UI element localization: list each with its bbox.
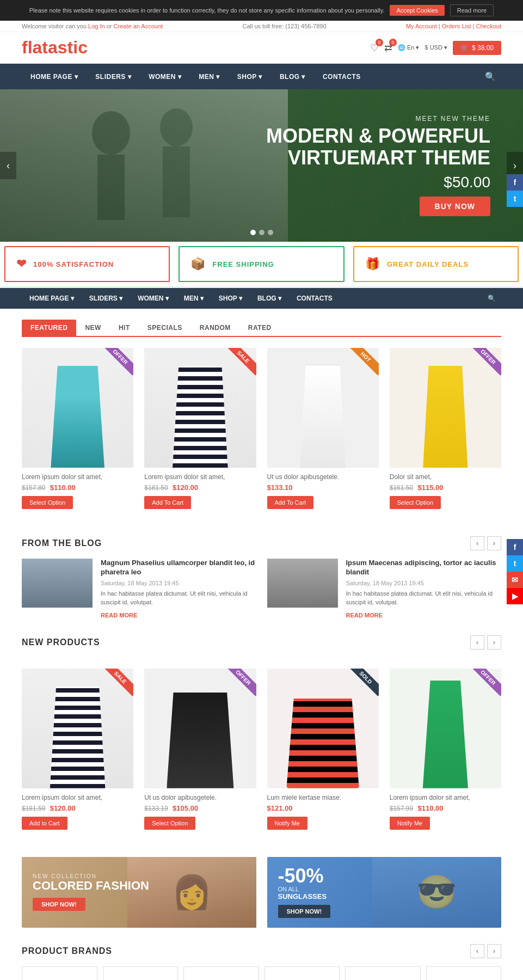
logo-astic: astic xyxy=(48,38,88,57)
new-product-btn-4[interactable]: Notify Me xyxy=(390,817,430,830)
hero-dots xyxy=(250,230,273,235)
twitter-button[interactable]: t xyxy=(507,191,523,207)
nav-sliders[interactable]: SLIDERS ▾ xyxy=(87,65,140,88)
nav-home[interactable]: HOME PAGE ▾ xyxy=(22,65,87,88)
banner-fashion-shop-btn[interactable]: SHOP NOW! xyxy=(33,898,85,911)
product-select-btn-4[interactable]: Select Option xyxy=(390,496,441,509)
nav2-women[interactable]: WOMEN ▾ xyxy=(130,288,176,309)
blog-read-more-1[interactable]: READ MORE xyxy=(101,612,137,618)
nav-blog[interactable]: BLOG ▾ xyxy=(271,65,314,88)
feature-shipping: 📦 FREE SHIPPING xyxy=(179,246,344,282)
nav-search-icon[interactable]: 🔍 xyxy=(479,64,501,89)
product-old-price-1: $157.80 xyxy=(22,484,45,492)
email-button[interactable]: ✉ xyxy=(507,572,523,588)
nav2-men[interactable]: MEN ▾ xyxy=(176,288,211,309)
hero-dot-2[interactable] xyxy=(259,230,264,235)
product-add-cart-btn-2[interactable]: Add To Cart xyxy=(144,496,191,509)
new-product-btn-1[interactable]: Add to Cart xyxy=(22,817,67,830)
banner-fashion-title: COLORED FASHION xyxy=(33,879,149,892)
product-prices-2: $181.50 $120.00 xyxy=(144,483,256,492)
brand-logo-6[interactable]: BRAND LOGO xyxy=(426,966,502,980)
logo[interactable]: flatastic xyxy=(22,38,88,58)
new-products-prev-arrow[interactable]: ‹ xyxy=(470,635,484,650)
blog-text-1: In hac habitasse platea dictumat. Ut eli… xyxy=(101,589,256,607)
product-prices-3: $133.10 xyxy=(267,483,379,492)
deals-icon: 🎁 xyxy=(365,257,380,271)
tab-specials[interactable]: SPECIALS xyxy=(139,320,191,336)
nav2-blog[interactable]: BLOG ▾ xyxy=(250,288,289,309)
accept-cookies-button[interactable]: Accept Cookies xyxy=(390,5,444,16)
blog-item-1: Magnum Phaselius ullamcorper blandit leo… xyxy=(22,559,256,619)
new-product-btn-3[interactable]: Notify Me xyxy=(267,817,307,830)
brand-logo-2[interactable]: BRAND LOGO xyxy=(103,966,179,980)
blog-prev-arrow[interactable]: ‹ xyxy=(470,536,484,550)
orders-link[interactable]: Orders List xyxy=(442,23,471,29)
product-select-btn-1[interactable]: Select Option xyxy=(22,496,73,509)
tab-rated[interactable]: RATED xyxy=(239,320,280,336)
banner-sunglasses-content: -50% ON ALL SUNGLASSES SHOP NOW! xyxy=(267,857,342,928)
new-product-image-4: OFFER xyxy=(390,669,501,788)
nav-men[interactable]: MEN ▾ xyxy=(190,65,229,88)
hero-prev-arrow[interactable]: ‹ xyxy=(0,152,16,179)
brands-next-arrow[interactable]: › xyxy=(487,944,501,958)
currency-selector[interactable]: $ USD ▾ xyxy=(424,44,447,51)
new-product-btn-2[interactable]: Select Option xyxy=(144,817,195,830)
new-product-prices-1: $181.59 $120.00 xyxy=(22,804,133,812)
facebook-button-2[interactable]: f xyxy=(507,539,523,555)
blog-text-2: In hac habitasse platea dictumat. Ut eli… xyxy=(346,589,502,607)
satisfaction-icon: ❤ xyxy=(16,257,27,271)
new-products-title: NEW PRODUCTS xyxy=(22,638,100,647)
new-product-desc-2: Ut us dolor apibusgetele. xyxy=(144,794,256,801)
product-new-price-1: $110.00 xyxy=(50,483,76,492)
language-selector[interactable]: 🌐 En ▾ xyxy=(398,44,420,51)
blog-next-arrow[interactable]: › xyxy=(487,536,501,550)
tab-new[interactable]: NEW xyxy=(76,320,110,336)
tab-featured[interactable]: FEATURED xyxy=(22,320,76,336)
youtube-button[interactable]: ▶ xyxy=(507,588,523,604)
wishlist-icon[interactable]: ♡ 0 xyxy=(370,42,379,54)
nav-contacts[interactable]: CONTACTS xyxy=(314,65,370,88)
new-products-next-arrow[interactable]: › xyxy=(487,635,501,650)
cart-button[interactable]: 🛒 $ 38.00 xyxy=(453,41,501,55)
product-desc-3: Ut us dolor apibusgetele. xyxy=(267,473,379,481)
product-card-1: OFFER Lorem ipsum dolor sit amet, $157.8… xyxy=(22,348,133,509)
banner-sunglasses-shop-btn[interactable]: SHOP NOW! xyxy=(278,905,331,918)
blog-section: FROM THE BLOG ‹ › Magnum Phaselius ullam… xyxy=(0,531,523,630)
nav-shop[interactable]: SHOP ▾ xyxy=(229,65,271,88)
buy-now-button[interactable]: BUY NOW xyxy=(420,197,490,216)
product-badge-4: OFFER xyxy=(469,348,501,381)
hero-dot-1[interactable] xyxy=(250,230,256,235)
nav2-shop[interactable]: SHOP ▾ xyxy=(211,288,250,309)
nav2-sliders[interactable]: SLIDERS ▾ xyxy=(82,288,130,309)
hero-dot-3[interactable] xyxy=(268,230,273,235)
tab-random[interactable]: RANDOM xyxy=(191,320,239,336)
brand-logo-3[interactable]: BRAND LOGO xyxy=(183,966,259,980)
create-account-link[interactable]: Create an Account xyxy=(114,23,163,29)
main-navigation: HOME PAGE ▾ SLIDERS ▾ WOMEN ▾ MEN ▾ SHOP… xyxy=(0,64,523,89)
my-account-link[interactable]: My Account xyxy=(406,23,437,29)
checkout-link[interactable]: Checkout xyxy=(476,23,501,29)
brand-logo-1[interactable]: BRAND LOGO xyxy=(22,966,97,980)
hero-content: MEET NEW THEME MODERN & POWERFUL VIRTUEM… xyxy=(266,115,490,216)
header-icons: ♡ 0 ⇄ 0 🌐 En ▾ $ USD ▾ 🛒 $ 38.00 xyxy=(370,41,501,55)
nav2-home[interactable]: HOME PAGE ▾ xyxy=(22,288,82,309)
blog-grid: Magnum Phaselius ullamcorper blandit leo… xyxy=(22,559,501,619)
brands-prev-arrow[interactable]: ‹ xyxy=(470,944,484,958)
compare-icon[interactable]: ⇄ 0 xyxy=(384,42,392,54)
product-tabs: FEATURED NEW HIT SPECIALS RANDOM RATED xyxy=(0,309,523,337)
tab-hit[interactable]: HIT xyxy=(110,320,139,336)
blog-read-more-2[interactable]: READ MORE xyxy=(346,612,383,618)
banner-product-type: SUNGLASSES xyxy=(278,892,331,901)
new-product-badge-1: SALE xyxy=(101,669,133,701)
login-link[interactable]: Log In xyxy=(88,23,105,29)
nav2-contacts[interactable]: CONTACTS xyxy=(289,288,340,309)
product-add-cart-btn-3[interactable]: Add To Cart xyxy=(267,496,314,509)
nav-women[interactable]: WOMEN ▾ xyxy=(140,65,190,88)
new-product-old-price-2: $133.19 xyxy=(144,805,168,812)
read-more-button[interactable]: Read more xyxy=(450,4,494,16)
twitter-button-2[interactable]: t xyxy=(507,555,523,572)
facebook-button[interactable]: f xyxy=(507,174,523,191)
nav2-search-icon[interactable]: 🔍 xyxy=(482,288,501,309)
brand-logo-4[interactable]: BRAND LOGO xyxy=(264,966,340,980)
brand-logo-5[interactable]: BRAND LOGO xyxy=(345,966,421,980)
